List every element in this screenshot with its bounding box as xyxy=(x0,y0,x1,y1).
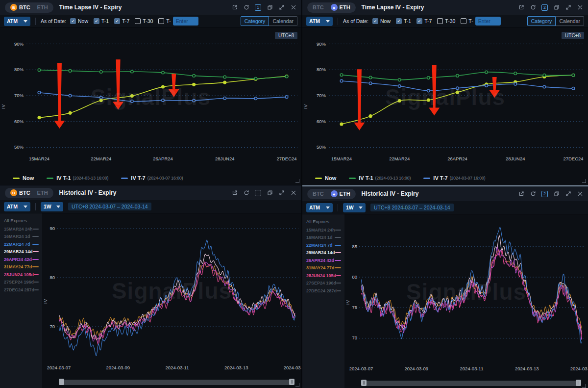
coin-toggle: B BTC ETH xyxy=(5,188,53,198)
filter-bar: ATM As of Date: ✓Now✓T-1✓T-7T-30T- Enter… xyxy=(302,15,588,28)
checkbox-t-1[interactable]: ✓T-1 xyxy=(94,18,109,24)
refresh-icon[interactable] xyxy=(530,191,536,197)
expiry-item[interactable]: 22MAR24 7d xyxy=(0,240,42,248)
expiry-item[interactable]: 26APR24 42d xyxy=(302,257,344,264)
scrollbar-right-handle[interactable] xyxy=(289,379,294,385)
coin-eth-tab[interactable]: ◆ ETH xyxy=(327,189,354,199)
chevron-down-icon xyxy=(359,207,363,209)
category-button[interactable]: Category xyxy=(241,16,270,26)
close-icon[interactable] xyxy=(290,4,296,11)
duplicate-icon[interactable] xyxy=(553,191,560,197)
expiry-item[interactable]: 15MAR24 24h xyxy=(0,225,42,233)
expiry-item[interactable]: 16MAR24 1d xyxy=(302,234,344,242)
checkbox-t-1[interactable]: ✓T-1 xyxy=(396,18,411,24)
chevron-down-icon xyxy=(326,20,330,23)
expiry-item[interactable]: 27SEP24 196d xyxy=(302,280,344,287)
scrollbar-track[interactable] xyxy=(59,380,294,385)
refresh-icon[interactable] xyxy=(243,4,249,11)
expiry-item[interactable]: 31MAY24 77d xyxy=(302,264,344,272)
open-in-new-icon[interactable] xyxy=(231,190,238,196)
calendar-button[interactable]: Calendar xyxy=(269,16,297,26)
checkbox-now[interactable]: ✓Now xyxy=(70,18,88,24)
checkbox-t-7[interactable]: ✓T-7 xyxy=(416,18,432,24)
expiry-item[interactable]: 28JUN24 105d xyxy=(0,271,42,279)
scrollbar-right-handle[interactable] xyxy=(576,380,581,386)
coin-btc-tab[interactable]: BTC xyxy=(309,2,327,13)
legend-item[interactable]: IV T-7(2024-03-07 16:00) xyxy=(423,175,485,181)
open-in-new-icon[interactable] xyxy=(518,191,524,197)
legend-item[interactable]: IV T-1(2024-03-13 16:00) xyxy=(47,175,108,181)
expiry-list-header[interactable]: All Expiries xyxy=(0,217,42,225)
checkbox-t-[interactable]: T- xyxy=(461,18,473,24)
resize-handle[interactable] xyxy=(295,179,299,183)
legend-item[interactable]: Now xyxy=(315,175,336,181)
expiry-item[interactable]: 28JUN24 105d xyxy=(302,272,344,280)
expand-icon[interactable] xyxy=(565,191,571,197)
window-number-badge[interactable]: 1 xyxy=(255,4,261,11)
expiry-item[interactable]: 22MAR24 7d xyxy=(302,241,344,249)
checkbox-t-[interactable]: T- xyxy=(158,18,171,24)
refresh-icon[interactable] xyxy=(243,190,249,196)
t-n-input[interactable]: Enter xyxy=(173,17,198,26)
close-icon[interactable] xyxy=(577,191,583,197)
resize-handle[interactable] xyxy=(582,179,586,183)
strike-select[interactable]: ATM xyxy=(306,17,333,26)
coin-btc-tab[interactable]: B BTC xyxy=(7,2,34,13)
resize-handle[interactable] xyxy=(295,383,299,387)
open-in-new-icon[interactable] xyxy=(231,4,238,11)
coin-eth-tab[interactable]: ETH xyxy=(34,188,51,198)
expiry-item[interactable]: 16MAR24 1d xyxy=(0,233,42,241)
divider xyxy=(338,18,338,25)
calendar-button[interactable]: Calendar xyxy=(556,16,584,26)
duplicate-icon[interactable] xyxy=(553,4,560,11)
coin-eth-tab[interactable]: ETH xyxy=(34,2,51,13)
expiry-item[interactable]: 15MAR24 24h xyxy=(302,226,344,234)
checkbox-t-7[interactable]: ✓T-7 xyxy=(114,18,129,24)
t-n-input[interactable]: Enter xyxy=(475,17,501,26)
window-number-badge[interactable]: 2 xyxy=(541,4,548,11)
expiry-list-header[interactable]: All Expiries xyxy=(302,218,344,226)
strike-select[interactable]: ATM xyxy=(4,17,30,26)
view-mode-toggle: Category Calendar xyxy=(241,16,297,26)
legend-item[interactable]: Now xyxy=(13,175,34,181)
coin-btc-label: BTC xyxy=(313,191,324,197)
expiry-item[interactable]: 26APR24 42d xyxy=(0,256,42,263)
window-number-badge[interactable]: 2 xyxy=(541,191,548,197)
coin-eth-tab[interactable]: ◆ ETH xyxy=(327,2,354,13)
checkbox-t-30[interactable]: T-30 xyxy=(135,18,153,24)
scrollbar-left-handle[interactable] xyxy=(59,379,64,385)
scrollbar-track[interactable] xyxy=(361,381,581,386)
legend-item[interactable]: IV T-1(2024-03-13 16:00) xyxy=(349,175,411,181)
legend-item[interactable]: IV T-7(2024-03-07 16:00) xyxy=(121,175,183,181)
expiry-item[interactable]: 29MAR24 14d xyxy=(302,249,344,257)
strike-select[interactable]: ATM xyxy=(306,203,333,212)
time-range-scrollbar[interactable] xyxy=(361,380,581,387)
period-select[interactable]: 1W xyxy=(41,202,63,211)
category-button[interactable]: Category xyxy=(527,16,556,26)
open-in-new-icon[interactable] xyxy=(518,4,524,11)
coin-btc-tab[interactable]: BTC xyxy=(309,189,327,199)
checkbox-label: Now xyxy=(380,18,391,24)
expiry-item[interactable]: 27SEP24 196d xyxy=(0,279,42,286)
expiry-item[interactable]: 31MAY24 77d xyxy=(0,263,42,271)
close-icon[interactable] xyxy=(577,4,583,11)
expiry-item[interactable]: 29MAR24 14d xyxy=(0,248,42,256)
checkbox-t-30[interactable]: T-30 xyxy=(437,18,455,24)
scrollbar-left-handle[interactable] xyxy=(361,380,367,386)
period-select[interactable]: 1W xyxy=(343,203,366,212)
checkbox-now[interactable]: ✓Now xyxy=(372,18,391,24)
duplicate-icon[interactable] xyxy=(267,4,273,11)
expand-icon[interactable] xyxy=(565,4,571,11)
expand-icon[interactable] xyxy=(278,190,285,196)
expiry-item[interactable]: 27DEC24 287d xyxy=(302,287,344,295)
coin-btc-tab[interactable]: B BTC xyxy=(7,188,34,198)
expiry-item[interactable]: 27DEC24 287d xyxy=(0,286,42,294)
strike-select[interactable]: ATM xyxy=(4,202,30,211)
expand-icon[interactable] xyxy=(278,4,285,11)
refresh-icon[interactable] xyxy=(530,4,536,11)
duplicate-icon[interactable] xyxy=(267,190,273,196)
window-number-badge[interactable]: – xyxy=(255,190,261,196)
time-range-scrollbar[interactable] xyxy=(59,379,294,386)
close-icon[interactable] xyxy=(290,190,296,196)
resize-handle[interactable] xyxy=(582,384,586,388)
